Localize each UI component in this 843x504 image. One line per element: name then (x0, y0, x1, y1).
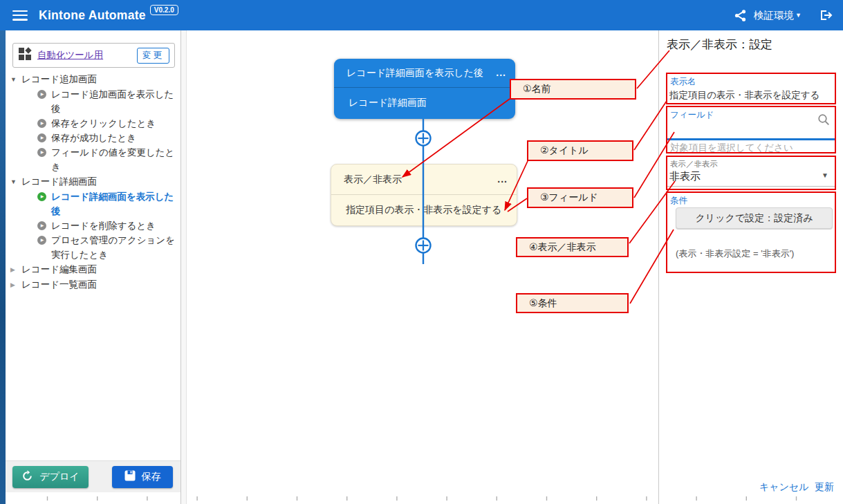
display-name-field: 表示名 指定項目の表示・非表示を設定する (666, 73, 836, 104)
event-play-icon: ▶ (37, 221, 46, 230)
tree-group-record-detail[interactable]: ▼ レコード詳細画面 (6, 174, 180, 189)
tree-group-record-list[interactable]: ▶ レコード一覧画面 (6, 277, 180, 292)
tree-item-add-shown[interactable]: ▶ レコード追加画面を表示した後 (6, 87, 180, 116)
action-node-subtitle: 指定項目の表示・非表示を設定する (331, 195, 517, 225)
settings-panel: 表示／非表示：設定 表示名 指定項目の表示・非表示を設定する フィールド 対象項… (658, 30, 843, 504)
action-node-title: 表示／非表示 (344, 174, 402, 186)
event-tree: ▼ レコード追加画面 ▶ レコード追加画面を表示した後 ▶ 保存をクリックしたと… (6, 72, 180, 292)
sidebar-action-bar: デプロイ 保存 (6, 460, 180, 492)
share-icon[interactable] (734, 9, 747, 22)
app-selector-box: 自動化ツール用 変更 (12, 43, 175, 68)
condition-label: 条件 (670, 195, 835, 207)
tree-group-record-edit[interactable]: ▶ レコード編集画面 (6, 262, 180, 277)
update-link[interactable]: 更新 (815, 481, 834, 494)
annotation-name: ①名前 (510, 79, 636, 100)
annotation-visibility: ④表示／非表示 (516, 237, 629, 257)
event-play-icon-active: ▶ (37, 192, 46, 201)
tree-item-save-clicked[interactable]: ▶ 保存をクリックしたとき (6, 116, 180, 131)
annotation-title: ②タイトル (527, 140, 633, 161)
app-header: Kintone Automate V0.2.0 検証環境 ▼ (0, 0, 843, 30)
condition-summary: (表示・非表示設定 = '非表示') (676, 248, 794, 260)
event-node-title: レコード詳細画面を表示した後 (346, 67, 483, 80)
action-node[interactable]: 表示／非表示 ... 指定項目の表示・非表示を設定する (331, 164, 517, 226)
select-underline (667, 186, 835, 187)
environment-selector[interactable]: 検証環境 ▼ (754, 9, 802, 22)
dropdown-caret-icon[interactable]: ▼ (822, 171, 828, 179)
caret-right-icon[interactable]: ▶ (10, 262, 21, 277)
field-select-field[interactable]: フィールド 対象項目を選択してください (666, 106, 836, 153)
tree-item-detail-shown[interactable]: ▶ レコード詳細画面を表示した後 (6, 189, 180, 218)
caret-right-icon[interactable]: ▶ (10, 277, 21, 292)
visibility-value[interactable]: 非表示 (669, 170, 835, 183)
visibility-label: 表示／非表示 (670, 159, 835, 169)
menu-icon[interactable] (12, 10, 28, 21)
add-node-button-bottom[interactable] (416, 239, 431, 253)
annotation-condition: ⑤条件 (516, 293, 629, 313)
sidebar-gutter (181, 30, 187, 504)
event-node[interactable]: レコード詳細画面を表示した後 ... レコード詳細画面 (334, 59, 515, 119)
event-play-icon: ▶ (37, 133, 46, 142)
condition-set-button[interactable]: クリックで設定：設定済み (676, 207, 833, 229)
change-button[interactable]: 変更 (137, 48, 169, 64)
condition-section: 条件 クリックで設定：設定済み (表示・非表示設定 = '非表示') (666, 192, 836, 273)
display-name-value[interactable]: 指定項目の表示・非表示を設定する (669, 89, 835, 102)
app-title: Kintone Automate (39, 8, 146, 23)
event-play-icon: ▶ (37, 90, 46, 99)
left-edge-strip (0, 30, 6, 504)
app-icon (18, 47, 32, 64)
caret-down-icon[interactable]: ▼ (10, 72, 21, 87)
save-button[interactable]: 保存 (112, 466, 173, 488)
refresh-icon (21, 470, 33, 484)
event-node-subtitle: レコード詳細画面 (334, 88, 515, 118)
tree-group-record-add[interactable]: ▼ レコード追加画面 (6, 72, 180, 87)
tree-item-record-delete[interactable]: ▶ レコードを削除するとき (6, 218, 180, 233)
event-play-icon: ▶ (37, 119, 46, 128)
tree-item-field-changed[interactable]: ▶ フィールドの値を変更したとき (6, 145, 180, 174)
add-node-button-top[interactable] (416, 131, 431, 146)
tree-item-save-success[interactable]: ▶ 保存が成功したとき (6, 131, 180, 145)
environment-name: 検証環境 (754, 9, 794, 22)
event-play-icon: ▶ (37, 148, 46, 157)
deploy-button[interactable]: デプロイ (12, 466, 89, 488)
event-play-icon: ▶ (37, 236, 46, 245)
visibility-select[interactable]: 表示／非表示 非表示 ▼ (666, 156, 836, 190)
chevron-down-icon: ▼ (795, 12, 802, 19)
logout-icon[interactable] (818, 8, 833, 22)
node-menu-button[interactable]: ... (497, 177, 508, 181)
field-placeholder: 対象項目を選択してください (670, 142, 793, 154)
app-link[interactable]: 自動化ツール用 (37, 49, 103, 62)
panel-title: 表示／非表示：設定 (667, 37, 772, 53)
display-name-label: 表示名 (670, 76, 835, 88)
save-icon (124, 470, 136, 483)
sidebar: 自動化ツール用 変更 ▼ レコード追加画面 ▶ レコード追加画面を表示した後 ▶… (6, 30, 181, 504)
node-menu-button[interactable]: ... (496, 71, 506, 75)
cancel-link[interactable]: キャンセル (759, 481, 809, 494)
search-icon[interactable] (817, 113, 830, 129)
caret-down-icon[interactable]: ▼ (10, 174, 21, 189)
version-badge: V0.2.0 (150, 5, 178, 15)
annotation-field: ③フィールド (527, 187, 633, 208)
field-focus-underline (667, 138, 835, 140)
field-label: フィールド (670, 109, 835, 121)
tree-item-process-action[interactable]: ▶ プロセス管理のアクションを実行したとき (6, 233, 180, 262)
